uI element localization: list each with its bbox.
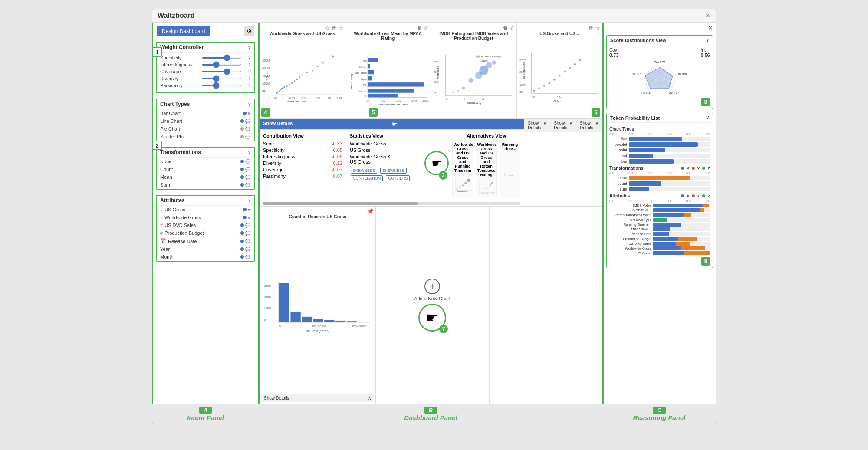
svg-point-125: [491, 182, 493, 184]
bottom-chart1-pin-icon[interactable]: 📌: [367, 208, 374, 214]
alt-chart-3[interactable]: Running Time... R... US Gross 50 100: [500, 141, 520, 197]
chart3-trash-icon[interactable]: 🗑: [503, 25, 508, 31]
weight-parsimony-slider[interactable]: [202, 85, 241, 86]
svg-point-29: [306, 72, 308, 74]
attr-worldwide-hash: #: [160, 215, 163, 220]
score-cov-val: 0.73: [609, 53, 618, 58]
attr-month[interactable]: Month 💬: [157, 253, 254, 261]
attr-mpaa-label: MPAA Rating: [609, 227, 653, 231]
chart1-trash-icon[interactable]: 🗑: [332, 25, 337, 31]
attrs-dot-z: [702, 194, 705, 197]
weight-coverage-row: Coverage 2: [160, 69, 251, 74]
contribution-view: Contribution View Score -0.33 Specificit…: [260, 130, 346, 201]
chart-bar-rect-label: rect: [609, 154, 629, 158]
attr-worldwide-gross[interactable]: # Worldwide Gross ♥: [157, 214, 254, 221]
release-dot-blue: [240, 240, 244, 243]
chart2-star-icon[interactable]: ☆: [424, 25, 429, 31]
stat-tag-skewness2[interactable]: SKEWNESS: [380, 168, 407, 174]
chart-types-chevron[interactable]: ∨: [248, 102, 251, 107]
chart4-area: 400M 200M 100M 0M 0M 400 US G... US DVD …: [519, 37, 601, 117]
attr-rotten-tomatoes: Rotten Tomatoes Rating: [609, 213, 710, 217]
transform-mean[interactable]: Mean 💬: [157, 173, 254, 181]
attr-us-gross[interactable]: # US Gross ♥: [157, 206, 254, 214]
transform-sum[interactable]: Sum 💬: [157, 181, 254, 189]
show-details-bar-1[interactable]: Show Details ☛: [260, 119, 524, 130]
attributes-header[interactable]: Attributes ∨: [157, 196, 254, 206]
show-details-bottom-1[interactable]: Show Details ∧: [261, 394, 374, 402]
chart3-star-icon[interactable]: ☆: [510, 25, 515, 31]
chart-type-line[interactable]: Line Chart 💬: [157, 117, 254, 125]
chart1-area: 800M 600M 400M 200M 0M 0G 0.5G 1G 1.5G 2…: [261, 37, 343, 117]
svg-text:400: 400: [557, 95, 562, 98]
alternatives-charts-row: Worldwide Gross and US Gross and Running…: [452, 141, 520, 197]
score-distributions-header[interactable]: Score Distributions View ∨: [607, 36, 713, 45]
token-prob-chevron[interactable]: ∨: [706, 115, 709, 121]
weight-coverage-slider[interactable]: [202, 71, 241, 72]
stat-tag-correlation[interactable]: CORRELATION: [351, 175, 383, 181]
svg-rect-146: [313, 319, 323, 322]
svg-point-134: [510, 168, 511, 169]
transform-bar-count-fill: [629, 181, 661, 186]
weight-controller-chevron[interactable]: ∨: [248, 45, 251, 50]
cursor-badge-3-area: ☛ 3: [424, 130, 449, 201]
reasoning-close-btn[interactable]: ✕: [708, 24, 713, 31]
show-details-bar-4[interactable]: Show Details ∧: [576, 119, 602, 132]
weight-diversity-value: 1: [244, 76, 251, 81]
section-2-badge: 2: [152, 141, 162, 150]
weight-controller-header[interactable]: Weight Controller ∨: [157, 43, 254, 53]
attributes-chevron[interactable]: ∨: [248, 198, 251, 203]
stat-tag-outliers[interactable]: OUTLIERS: [386, 175, 410, 181]
transformations-chevron[interactable]: ∨: [248, 150, 251, 155]
transformations-header[interactable]: Transformations ∨: [157, 148, 254, 158]
svg-point-92: [548, 82, 550, 84]
weight-specificity-slider[interactable]: [202, 57, 241, 59]
stat-tag-skewness1[interactable]: SKEWNESS: [351, 168, 377, 174]
add-chart-cell[interactable]: + Add a New Chart ☛ 7: [376, 207, 489, 404]
transform-bar-mean-track: [629, 176, 710, 180]
details-scrollbar[interactable]: [263, 202, 520, 205]
alt-chart-2[interactable]: Worldwide Gross and US Gross and Rotten …: [476, 141, 496, 197]
gear-settings-btn[interactable]: ⚙: [244, 26, 254, 36]
weight-controller-section: Weight Controller ∨ Specificity 2 Intere…: [156, 42, 255, 93]
svg-text:0G: 0G: [274, 97, 277, 99]
chart-type-bar[interactable]: Bar Chart ♥: [157, 109, 254, 117]
chart1-star-icon[interactable]: ☆: [339, 25, 343, 31]
chart-types-header[interactable]: Chart Types ∨: [157, 99, 254, 109]
token-prob-header[interactable]: Token Probability List ∨: [607, 113, 713, 123]
window-close-btn[interactable]: ✕: [705, 12, 710, 19]
svg-text:PG-13: PG-13: [359, 90, 367, 93]
transform-dot-z: [702, 167, 705, 170]
chart-type-pie[interactable]: Pie Chart 💬: [157, 125, 254, 133]
histogram-title: Count of Records US Gross: [261, 214, 374, 219]
contrib-coverage-row: Coverage -0.07: [263, 167, 342, 172]
attr-year[interactable]: Year 💬: [157, 245, 254, 253]
reasoning-panel-name: Reasoning Panel: [633, 414, 686, 421]
transform-none[interactable]: None 💬: [157, 158, 254, 165]
score-distributions-chevron[interactable]: ∨: [706, 37, 709, 43]
attr-usdvd-sales[interactable]: # US DVD Sales 💬: [157, 221, 254, 229]
design-dashboard-button[interactable]: Design Dashboard: [157, 26, 210, 36]
reasoning-top-bar: ✕: [604, 23, 716, 33]
weight-interestingness-slider[interactable]: [202, 64, 241, 66]
alt-chart-1[interactable]: Worldwide Gross and US Gross and Running…: [452, 141, 473, 197]
attr-production-budget[interactable]: # Production Budget 💬: [157, 229, 254, 237]
chart2-trash-icon[interactable]: 🗑: [417, 25, 422, 31]
chart4-trash-icon[interactable]: 🗑: [589, 25, 594, 31]
svg-point-93: [553, 79, 556, 81]
weight-sliders: Specificity 2 Interestingness 1 Coverage…: [157, 53, 254, 92]
chart-types-axis-labels: 0.00.20.40.60.81.0: [609, 132, 710, 136]
show-details-bar-2[interactable]: Show Details ∧: [524, 119, 550, 132]
svg-text:1G: 1G: [302, 97, 306, 99]
weight-diversity-slider[interactable]: [202, 78, 241, 79]
attrs-axis-labels: 0.00.20.40.60.81.0: [609, 199, 710, 203]
chart4-star-icon[interactable]: ☆: [595, 25, 600, 31]
svg-text:0M: 0M: [366, 99, 369, 102]
show-details-bar-3[interactable]: Show Details ∧: [550, 119, 576, 132]
attrs-label-y: Y: [697, 194, 700, 198]
transform-count[interactable]: Count 💬: [157, 165, 254, 173]
attr-release-date[interactable]: 📅 Release Date 💬: [157, 237, 254, 245]
chart-types-subsection-header: Chart Types: [609, 127, 710, 131]
chart-type-scatter[interactable]: Scatter Plot 💬: [157, 133, 254, 141]
section-9-container: 9: [609, 257, 710, 266]
chart1-locate-icon[interactable]: ☆: [325, 25, 330, 31]
